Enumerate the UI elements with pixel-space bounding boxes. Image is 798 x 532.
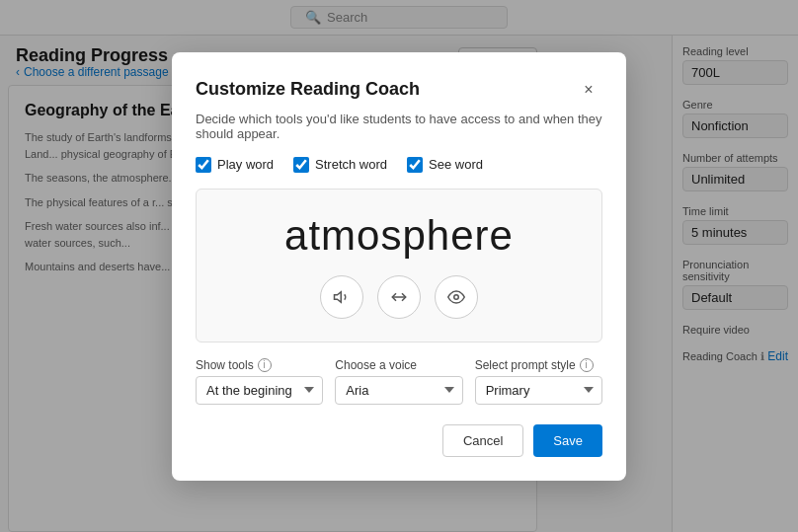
play-word-label: Play word (217, 157, 274, 172)
checkboxes-row: Play word Stretch word See word (196, 157, 602, 173)
prompt-style-group: Select prompt style i Primary Secondary (475, 358, 602, 405)
svg-marker-0 (335, 291, 342, 302)
prompt-style-info-icon: i (580, 358, 594, 372)
modal-header: Customize Reading Coach × (196, 76, 602, 104)
modal-footer: Cancel Save (196, 424, 602, 457)
word-controls (320, 275, 478, 319)
modal-dialog: Customize Reading Coach × Decide which t… (172, 52, 626, 481)
choose-voice-select[interactable]: Aria Guy Jenny (335, 376, 462, 405)
prompt-style-label: Select prompt style i (475, 358, 602, 372)
play-word-checkbox[interactable] (196, 157, 211, 173)
see-word-checkbox[interactable] (407, 157, 423, 173)
speaker-button[interactable] (320, 275, 363, 319)
cancel-button[interactable]: Cancel (442, 424, 523, 457)
checkbox-stretch-word[interactable]: Stretch word (293, 157, 387, 173)
word-preview-box: atmosphere (196, 189, 602, 342)
svg-point-2 (454, 294, 459, 299)
modal-close-button[interactable]: × (575, 76, 602, 104)
choose-voice-group: Choose a voice Aria Guy Jenny (335, 358, 462, 405)
checkbox-see-word[interactable]: See word (407, 157, 483, 173)
choose-voice-label: Choose a voice (335, 358, 462, 372)
stretch-word-checkbox[interactable] (293, 157, 309, 173)
modal-subtitle: Decide which tools you'd like students t… (196, 112, 602, 141)
show-tools-group: Show tools i At the begining After first… (196, 358, 323, 405)
eye-button[interactable] (435, 275, 478, 319)
modal-overlay: Customize Reading Coach × Decide which t… (0, 0, 798, 532)
stretch-word-label: Stretch word (315, 157, 387, 172)
show-tools-info-icon: i (258, 358, 272, 372)
modal-title: Customize Reading Coach (196, 79, 420, 100)
word-display: atmosphere (284, 212, 514, 260)
checkbox-play-word[interactable]: Play word (196, 157, 274, 173)
save-button[interactable]: Save (533, 424, 602, 457)
show-tools-select[interactable]: At the begining After first attempt Alwa… (196, 376, 323, 405)
controls-row: Show tools i At the begining After first… (196, 358, 602, 405)
stretch-button[interactable] (377, 275, 421, 319)
see-word-label: See word (429, 157, 483, 172)
prompt-style-select[interactable]: Primary Secondary (475, 376, 602, 405)
show-tools-label: Show tools i (196, 358, 323, 372)
